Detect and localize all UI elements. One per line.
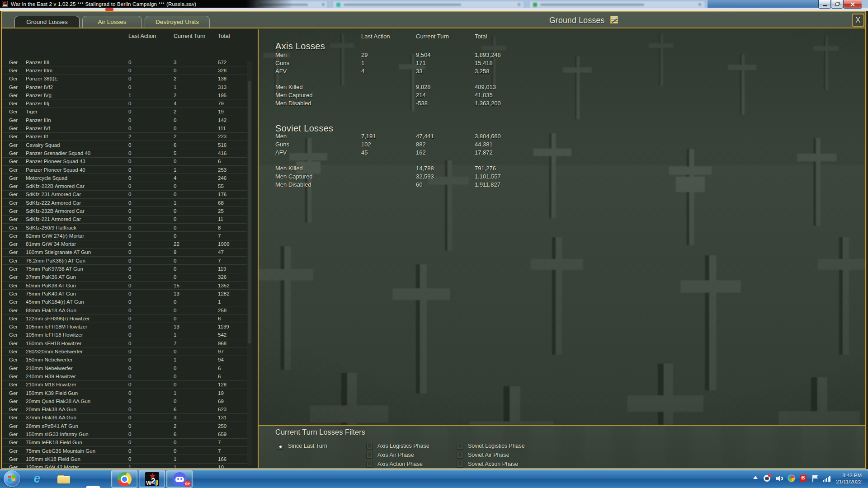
unit-total: 572 bbox=[218, 60, 250, 65]
restore-button[interactable] bbox=[831, 0, 843, 9]
unit-last-action: 0 bbox=[128, 233, 174, 239]
col-last-action: Last Action bbox=[361, 33, 416, 40]
since-last-turn-radio[interactable] bbox=[277, 443, 283, 450]
axis-phase-radio[interactable] bbox=[366, 443, 373, 450]
unit-total: 47 bbox=[218, 249, 250, 255]
unit-total: 195 bbox=[218, 93, 250, 98]
unit-nation: Ger bbox=[9, 241, 26, 247]
unit-name: Motorcycle Squad bbox=[26, 175, 128, 181]
windows-update-icon[interactable] bbox=[788, 476, 795, 483]
table-row: GerSdKfz-231 Armored Car00176 bbox=[2, 190, 250, 198]
unit-name: Panzer IVf bbox=[26, 126, 128, 131]
start-button[interactable] bbox=[4, 470, 20, 487]
unit-current-turn: 0 bbox=[174, 349, 218, 354]
internet-explorer-icon[interactable]: e bbox=[30, 472, 44, 486]
loss-total: 1,101,557 bbox=[475, 173, 801, 180]
unit-current-turn: 1 bbox=[174, 456, 218, 462]
filter-row: Soviet Action Phase bbox=[457, 460, 518, 468]
hidden-icons-arrow[interactable] bbox=[753, 476, 758, 479]
taskbar: e 9+ 8:42 PM bbox=[0, 469, 868, 488]
loss-table-row: Men Captured32,5931,101,557 bbox=[259, 172, 801, 180]
export-to-file-icon[interactable] bbox=[610, 16, 618, 23]
unit-last-action: 0 bbox=[128, 357, 174, 362]
unit-last-action: 0 bbox=[128, 274, 174, 280]
tab-destroyed-units[interactable]: Destroyed Units bbox=[145, 16, 210, 28]
loss-total: 489,013 bbox=[475, 84, 801, 90]
unit-name: 150mm K39 Field Gun bbox=[26, 390, 128, 396]
tab-favicon bbox=[533, 3, 537, 7]
background-browser-tab[interactable] bbox=[332, 0, 524, 8]
network-signal-icon[interactable] bbox=[823, 476, 830, 482]
soviet-phase-radio[interactable] bbox=[457, 443, 463, 450]
loss-current-turn: 171 bbox=[416, 60, 475, 66]
unit-name: 150mm sFH18 Howitzer bbox=[26, 341, 128, 346]
unit-last-action: 0 bbox=[128, 109, 174, 114]
tab-ground-losses[interactable]: Ground Losses bbox=[14, 16, 80, 28]
unit-last-action: 0 bbox=[128, 117, 174, 123]
unit-last-action: 0 bbox=[128, 390, 174, 396]
table-row: GerSdKfz-222 Armored Car0168 bbox=[2, 198, 250, 206]
soviet-phase-radio[interactable] bbox=[457, 461, 463, 468]
media-player-icon[interactable] bbox=[86, 486, 100, 488]
unit-nation: Ger bbox=[9, 390, 26, 396]
table-scrollbar[interactable] bbox=[247, 61, 252, 465]
unit-current-turn: 13 bbox=[174, 324, 218, 329]
discord-taskbar-button[interactable]: 9+ bbox=[166, 470, 193, 488]
unit-total: 659 bbox=[218, 432, 250, 437]
soviet-phase-radio[interactable] bbox=[457, 452, 463, 459]
axis-phase-radio[interactable] bbox=[366, 452, 373, 459]
table-row: GerPanzer IVf00111 bbox=[2, 124, 250, 132]
scrollbar-thumb[interactable] bbox=[248, 81, 251, 343]
unit-nation: Ger bbox=[9, 382, 26, 387]
table-row: Ger150mm K39 Field Gun0119 bbox=[2, 389, 250, 397]
windows-explorer-icon[interactable] bbox=[57, 472, 71, 486]
unit-total: 176 bbox=[218, 192, 250, 197]
screen-close-button[interactable]: X bbox=[852, 14, 864, 27]
current-turn-losses-filters: Current Turn Losses Filters Since Last T… bbox=[259, 426, 865, 468]
unit-last-action: 0 bbox=[128, 150, 174, 156]
filter-row: Soviet Logistics Phase bbox=[457, 442, 525, 450]
background-browser-tab[interactable] bbox=[529, 0, 705, 8]
minimize-button[interactable] bbox=[818, 0, 831, 9]
table-row: Ger28mm sPzB41 AT Gun02250 bbox=[2, 422, 250, 430]
chrome-taskbar-button[interactable] bbox=[111, 470, 137, 488]
unit-nation: Ger bbox=[9, 316, 26, 321]
discord-tray-icon[interactable] bbox=[764, 476, 770, 483]
wite2-taskbar-button[interactable] bbox=[139, 470, 165, 488]
soviet-phase-label: Soviet Logistics Phase bbox=[468, 443, 525, 449]
b-app-tray-icon[interactable] bbox=[800, 476, 807, 483]
unit-name: Panzer Pioneer Squad 43 bbox=[26, 159, 128, 164]
loss-table-row: Men7,19147,4413,804,660 bbox=[259, 132, 801, 140]
unit-nation: Ger bbox=[9, 341, 26, 346]
loss-total: 1,893,248 bbox=[475, 52, 801, 58]
red-star-icon bbox=[149, 473, 156, 479]
volume-icon[interactable] bbox=[776, 476, 782, 481]
unit-nation: Ger bbox=[9, 101, 26, 106]
unit-total: 416 bbox=[218, 150, 250, 156]
table-row: Ger120mm GrW 42 Mortar1110 bbox=[2, 463, 250, 468]
unit-total: 6 bbox=[218, 374, 250, 379]
table-row: Ger150mm sFH18 Howitzer07968 bbox=[2, 339, 250, 347]
axis-phase-radio[interactable] bbox=[366, 461, 373, 468]
unit-current-turn: 1 bbox=[174, 465, 218, 468]
unit-nation: Ger bbox=[9, 415, 26, 420]
unit-total: 128 bbox=[218, 382, 250, 387]
action-center-flag-icon[interactable] bbox=[812, 476, 818, 482]
unit-name: Panzer IVg bbox=[26, 93, 128, 98]
tab-air-losses[interactable]: Air Losses bbox=[82, 16, 142, 28]
table-row: GerMotorcycle Squad04246 bbox=[2, 174, 250, 182]
unit-name: SdKfz-232B Armored Car bbox=[26, 208, 128, 214]
loss-current-turn: 882 bbox=[416, 141, 475, 148]
unit-name: SdKfz-231 Armored Car bbox=[26, 192, 128, 197]
unit-current-turn: 1 bbox=[174, 84, 218, 90]
unit-current-turn: 2 bbox=[174, 109, 218, 114]
game-titlebar[interactable]: War in the East 2 v 1.02.25 *** Stalingr… bbox=[0, 0, 298, 8]
close-button[interactable] bbox=[843, 0, 862, 9]
unit-current-turn: 0 bbox=[174, 374, 218, 379]
unit-total: 166 bbox=[218, 456, 250, 462]
taskbar-clock[interactable]: 8:42 PM 21/11/2022 bbox=[836, 472, 862, 485]
loss-total: 15,418 bbox=[475, 60, 801, 66]
loss-current-turn: -538 bbox=[416, 100, 475, 107]
unit-total: 258 bbox=[218, 308, 250, 313]
unit-name: 81mm GrW 34 Mortar bbox=[26, 241, 128, 247]
